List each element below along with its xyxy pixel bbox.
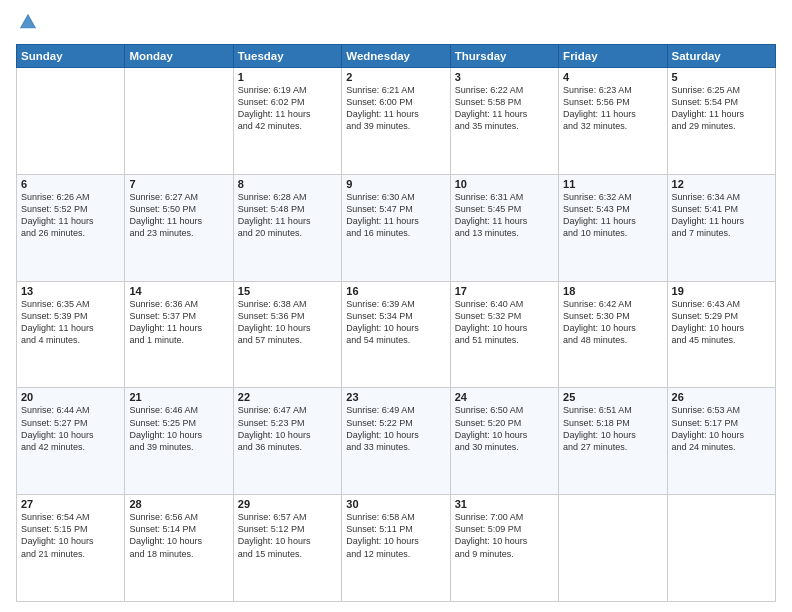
- weekday-header: Wednesday: [342, 45, 450, 68]
- day-info: Sunrise: 6:31 AM Sunset: 5:45 PM Dayligh…: [455, 191, 554, 240]
- calendar-cell: 19Sunrise: 6:43 AM Sunset: 5:29 PM Dayli…: [667, 281, 775, 388]
- day-number: 27: [21, 498, 120, 510]
- header: [16, 12, 776, 36]
- day-number: 12: [672, 178, 771, 190]
- calendar: SundayMondayTuesdayWednesdayThursdayFrid…: [16, 44, 776, 602]
- day-info: Sunrise: 6:30 AM Sunset: 5:47 PM Dayligh…: [346, 191, 445, 240]
- day-info: Sunrise: 6:56 AM Sunset: 5:14 PM Dayligh…: [129, 511, 228, 560]
- day-number: 16: [346, 285, 445, 297]
- calendar-cell: 3Sunrise: 6:22 AM Sunset: 5:58 PM Daylig…: [450, 68, 558, 175]
- day-number: 9: [346, 178, 445, 190]
- weekday-header: Tuesday: [233, 45, 341, 68]
- calendar-week-row: 20Sunrise: 6:44 AM Sunset: 5:27 PM Dayli…: [17, 388, 776, 495]
- day-number: 31: [455, 498, 554, 510]
- day-number: 28: [129, 498, 228, 510]
- day-number: 3: [455, 71, 554, 83]
- day-info: Sunrise: 6:57 AM Sunset: 5:12 PM Dayligh…: [238, 511, 337, 560]
- day-number: 29: [238, 498, 337, 510]
- calendar-cell: 11Sunrise: 6:32 AM Sunset: 5:43 PM Dayli…: [559, 174, 667, 281]
- day-info: Sunrise: 6:40 AM Sunset: 5:32 PM Dayligh…: [455, 298, 554, 347]
- day-number: 6: [21, 178, 120, 190]
- day-info: Sunrise: 6:44 AM Sunset: 5:27 PM Dayligh…: [21, 404, 120, 453]
- day-info: Sunrise: 6:25 AM Sunset: 5:54 PM Dayligh…: [672, 84, 771, 133]
- day-number: 13: [21, 285, 120, 297]
- page: SundayMondayTuesdayWednesdayThursdayFrid…: [0, 0, 792, 612]
- day-number: 11: [563, 178, 662, 190]
- calendar-cell: 4Sunrise: 6:23 AM Sunset: 5:56 PM Daylig…: [559, 68, 667, 175]
- day-number: 18: [563, 285, 662, 297]
- calendar-week-row: 27Sunrise: 6:54 AM Sunset: 5:15 PM Dayli…: [17, 495, 776, 602]
- day-number: 25: [563, 391, 662, 403]
- calendar-cell: [559, 495, 667, 602]
- weekday-header: Monday: [125, 45, 233, 68]
- calendar-cell: 17Sunrise: 6:40 AM Sunset: 5:32 PM Dayli…: [450, 281, 558, 388]
- calendar-cell: 22Sunrise: 6:47 AM Sunset: 5:23 PM Dayli…: [233, 388, 341, 495]
- day-info: Sunrise: 6:50 AM Sunset: 5:20 PM Dayligh…: [455, 404, 554, 453]
- day-number: 24: [455, 391, 554, 403]
- calendar-cell: 30Sunrise: 6:58 AM Sunset: 5:11 PM Dayli…: [342, 495, 450, 602]
- calendar-cell: 23Sunrise: 6:49 AM Sunset: 5:22 PM Dayli…: [342, 388, 450, 495]
- day-number: 15: [238, 285, 337, 297]
- day-info: Sunrise: 6:23 AM Sunset: 5:56 PM Dayligh…: [563, 84, 662, 133]
- calendar-cell: 21Sunrise: 6:46 AM Sunset: 5:25 PM Dayli…: [125, 388, 233, 495]
- calendar-cell: 31Sunrise: 7:00 AM Sunset: 5:09 PM Dayli…: [450, 495, 558, 602]
- calendar-header-row: SundayMondayTuesdayWednesdayThursdayFrid…: [17, 45, 776, 68]
- day-info: Sunrise: 6:49 AM Sunset: 5:22 PM Dayligh…: [346, 404, 445, 453]
- weekday-header: Friday: [559, 45, 667, 68]
- calendar-cell: 5Sunrise: 6:25 AM Sunset: 5:54 PM Daylig…: [667, 68, 775, 175]
- calendar-cell: 25Sunrise: 6:51 AM Sunset: 5:18 PM Dayli…: [559, 388, 667, 495]
- day-number: 2: [346, 71, 445, 83]
- day-info: Sunrise: 6:38 AM Sunset: 5:36 PM Dayligh…: [238, 298, 337, 347]
- calendar-cell: 9Sunrise: 6:30 AM Sunset: 5:47 PM Daylig…: [342, 174, 450, 281]
- day-info: Sunrise: 6:47 AM Sunset: 5:23 PM Dayligh…: [238, 404, 337, 453]
- calendar-cell: 7Sunrise: 6:27 AM Sunset: 5:50 PM Daylig…: [125, 174, 233, 281]
- day-number: 22: [238, 391, 337, 403]
- day-number: 21: [129, 391, 228, 403]
- day-info: Sunrise: 6:34 AM Sunset: 5:41 PM Dayligh…: [672, 191, 771, 240]
- calendar-cell: 1Sunrise: 6:19 AM Sunset: 6:02 PM Daylig…: [233, 68, 341, 175]
- day-number: 19: [672, 285, 771, 297]
- day-number: 20: [21, 391, 120, 403]
- day-info: Sunrise: 6:36 AM Sunset: 5:37 PM Dayligh…: [129, 298, 228, 347]
- day-info: Sunrise: 6:46 AM Sunset: 5:25 PM Dayligh…: [129, 404, 228, 453]
- calendar-cell: 13Sunrise: 6:35 AM Sunset: 5:39 PM Dayli…: [17, 281, 125, 388]
- day-info: Sunrise: 6:54 AM Sunset: 5:15 PM Dayligh…: [21, 511, 120, 560]
- calendar-cell: 10Sunrise: 6:31 AM Sunset: 5:45 PM Dayli…: [450, 174, 558, 281]
- calendar-cell: 6Sunrise: 6:26 AM Sunset: 5:52 PM Daylig…: [17, 174, 125, 281]
- day-info: Sunrise: 6:26 AM Sunset: 5:52 PM Dayligh…: [21, 191, 120, 240]
- day-number: 17: [455, 285, 554, 297]
- calendar-cell: [125, 68, 233, 175]
- calendar-cell: 20Sunrise: 6:44 AM Sunset: 5:27 PM Dayli…: [17, 388, 125, 495]
- day-info: Sunrise: 6:32 AM Sunset: 5:43 PM Dayligh…: [563, 191, 662, 240]
- calendar-cell: 14Sunrise: 6:36 AM Sunset: 5:37 PM Dayli…: [125, 281, 233, 388]
- calendar-cell: 12Sunrise: 6:34 AM Sunset: 5:41 PM Dayli…: [667, 174, 775, 281]
- calendar-week-row: 13Sunrise: 6:35 AM Sunset: 5:39 PM Dayli…: [17, 281, 776, 388]
- day-number: 26: [672, 391, 771, 403]
- logo-icon: [18, 12, 38, 32]
- day-number: 14: [129, 285, 228, 297]
- day-info: Sunrise: 7:00 AM Sunset: 5:09 PM Dayligh…: [455, 511, 554, 560]
- day-info: Sunrise: 6:19 AM Sunset: 6:02 PM Dayligh…: [238, 84, 337, 133]
- calendar-cell: [667, 495, 775, 602]
- day-info: Sunrise: 6:53 AM Sunset: 5:17 PM Dayligh…: [672, 404, 771, 453]
- calendar-cell: 16Sunrise: 6:39 AM Sunset: 5:34 PM Dayli…: [342, 281, 450, 388]
- calendar-cell: 26Sunrise: 6:53 AM Sunset: 5:17 PM Dayli…: [667, 388, 775, 495]
- day-number: 5: [672, 71, 771, 83]
- day-number: 4: [563, 71, 662, 83]
- calendar-cell: 15Sunrise: 6:38 AM Sunset: 5:36 PM Dayli…: [233, 281, 341, 388]
- day-number: 30: [346, 498, 445, 510]
- calendar-cell: [17, 68, 125, 175]
- day-info: Sunrise: 6:27 AM Sunset: 5:50 PM Dayligh…: [129, 191, 228, 240]
- day-info: Sunrise: 6:28 AM Sunset: 5:48 PM Dayligh…: [238, 191, 337, 240]
- weekday-header: Sunday: [17, 45, 125, 68]
- weekday-header: Thursday: [450, 45, 558, 68]
- logo: [16, 12, 40, 36]
- day-info: Sunrise: 6:22 AM Sunset: 5:58 PM Dayligh…: [455, 84, 554, 133]
- calendar-cell: 2Sunrise: 6:21 AM Sunset: 6:00 PM Daylig…: [342, 68, 450, 175]
- day-number: 1: [238, 71, 337, 83]
- day-info: Sunrise: 6:35 AM Sunset: 5:39 PM Dayligh…: [21, 298, 120, 347]
- day-info: Sunrise: 6:58 AM Sunset: 5:11 PM Dayligh…: [346, 511, 445, 560]
- calendar-cell: 29Sunrise: 6:57 AM Sunset: 5:12 PM Dayli…: [233, 495, 341, 602]
- calendar-body: 1Sunrise: 6:19 AM Sunset: 6:02 PM Daylig…: [17, 68, 776, 602]
- day-info: Sunrise: 6:42 AM Sunset: 5:30 PM Dayligh…: [563, 298, 662, 347]
